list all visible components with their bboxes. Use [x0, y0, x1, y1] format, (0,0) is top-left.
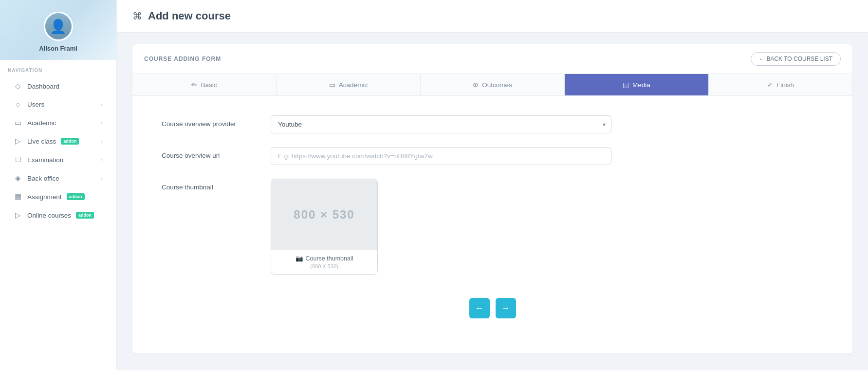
profile-name: Alison Frami: [39, 45, 77, 52]
select-wrapper-provider: Youtube Vimeo Wistia ▾: [271, 115, 611, 133]
chevron-right-icon: ›: [101, 157, 103, 163]
sidebar-profile: 👤 Alison Frami: [0, 0, 116, 60]
main-content: ⌘ Add new course COURSE ADDING FORM ← BA…: [117, 0, 868, 370]
sidebar-item-label: Examination: [27, 156, 63, 164]
tab-media[interactable]: ▤ Media: [565, 74, 709, 95]
thumbnail-placeholder: 800 × 530: [271, 179, 377, 250]
sidebar-item-examination[interactable]: ☐ Examination ›: [8, 150, 109, 169]
thumbnail-size-text: 800 × 530: [294, 208, 354, 222]
avatar: 👤: [44, 12, 73, 41]
tab-academic[interactable]: ▭ Academic: [277, 74, 421, 95]
chevron-right-icon: ›: [101, 102, 103, 108]
sidebar-item-label: Dashboard: [27, 83, 59, 90]
tab-label: Media: [632, 81, 650, 89]
tab-outcomes[interactable]: ⊕ Outcomes: [421, 74, 565, 95]
assignment-icon: ▦: [14, 192, 22, 201]
tab-finish[interactable]: ✓ Finish: [709, 74, 852, 95]
sidebar-item-label: Users: [27, 101, 44, 108]
examination-icon: ☐: [14, 155, 22, 164]
thumbnail-upload-box[interactable]: 800 × 530 📷 Course thumbnail (800 X 530): [271, 179, 378, 275]
sidebar-item-label: Academic: [27, 119, 56, 127]
field-label-thumbnail: Course thumbnail: [162, 179, 259, 191]
academic-icon: ▭: [14, 118, 22, 127]
sidebar-item-users[interactable]: ○ Users ›: [8, 95, 109, 113]
users-icon: ○: [14, 100, 22, 109]
pencil-icon: ✏: [191, 81, 197, 89]
form-card: COURSE ADDING FORM ← BACK TO COURSE LIST…: [132, 44, 852, 353]
field-course-thumbnail: Course thumbnail 800 × 530 📷 Course thum…: [162, 179, 823, 275]
online-courses-icon: ▷: [14, 211, 22, 220]
media-icon: ▤: [623, 81, 629, 89]
camera-icon: 📷: [295, 255, 303, 262]
chevron-right-icon: ›: [101, 120, 103, 126]
sidebar-item-back-office[interactable]: ◈ Back office ›: [8, 169, 109, 187]
sidebar-item-label: Back office: [27, 175, 59, 182]
live-class-icon: ▷: [14, 137, 22, 146]
nav-section: NAVIGATION ◇ Dashboard ○ Users › ▭ Acade…: [0, 60, 116, 228]
sidebar-item-assignment[interactable]: ▦ Assignment addon: [8, 187, 109, 206]
thumbnail-dimensions: (800 X 530): [310, 263, 338, 269]
page-title: Add new course: [148, 10, 231, 22]
tabs-bar: ✏ Basic ▭ Academic ⊕ Outcomes ▤ Media ✓: [132, 74, 852, 96]
field-label-provider: Course overview provider: [162, 115, 259, 128]
dashboard-icon: ◇: [14, 82, 22, 91]
field-label-url: Course overview url: [162, 147, 259, 159]
tab-label: Finish: [776, 81, 794, 89]
sidebar-item-label: Online courses: [27, 212, 71, 219]
check-icon: ✓: [767, 81, 773, 89]
sidebar-item-dashboard[interactable]: ◇ Dashboard: [8, 77, 109, 95]
sidebar: 👤 Alison Frami NAVIGATION ◇ Dashboard ○ …: [0, 0, 117, 370]
back-to-course-list-button[interactable]: ← BACK TO COURSE LIST: [751, 52, 841, 66]
course-overview-provider-select[interactable]: Youtube Vimeo Wistia: [271, 115, 611, 133]
tab-basic[interactable]: ✏ Basic: [132, 74, 277, 95]
field-control-url: [271, 147, 611, 165]
course-overview-url-input[interactable]: [271, 147, 611, 165]
form-body: Course overview provider Youtube Vimeo W…: [132, 96, 852, 353]
field-course-overview-provider: Course overview provider Youtube Vimeo W…: [162, 115, 823, 133]
target-icon: ⊕: [473, 81, 479, 89]
sidebar-item-label: Live class: [27, 138, 56, 145]
field-course-overview-url: Course overview url: [162, 147, 823, 165]
prev-button[interactable]: ←: [469, 298, 490, 318]
grid-icon: ▭: [329, 81, 335, 89]
tab-label: Basic: [201, 81, 217, 89]
field-control-thumbnail: 800 × 530 📷 Course thumbnail (800 X 530): [271, 179, 611, 275]
command-icon: ⌘: [132, 10, 142, 22]
form-section-title: COURSE ADDING FORM: [144, 56, 221, 62]
addon-badge: addon: [61, 138, 79, 145]
back-office-icon: ◈: [14, 174, 22, 183]
form-nav-buttons: ← →: [162, 288, 823, 334]
thumbnail-label-area[interactable]: 📷 Course thumbnail (800 X 530): [271, 250, 377, 274]
chevron-right-icon: ›: [101, 175, 103, 181]
sidebar-item-label: Assignment: [27, 193, 62, 201]
tab-label: Academic: [339, 81, 368, 89]
sidebar-item-academic[interactable]: ▭ Academic ›: [8, 113, 109, 132]
content-area: COURSE ADDING FORM ← BACK TO COURSE LIST…: [117, 33, 868, 370]
sidebar-item-live-class[interactable]: ▷ Live class addon ›: [8, 132, 109, 150]
next-button[interactable]: →: [496, 298, 516, 318]
topbar: ⌘ Add new course: [117, 0, 868, 33]
sidebar-item-online-courses[interactable]: ▷ Online courses addon: [8, 206, 109, 224]
nav-label: NAVIGATION: [8, 68, 109, 73]
tab-label: Outcomes: [482, 81, 512, 89]
addon-badge: addon: [76, 212, 94, 219]
thumbnail-upload-label: 📷 Course thumbnail: [295, 255, 353, 262]
chevron-right-icon: ›: [101, 138, 103, 144]
field-control-provider: Youtube Vimeo Wistia ▾: [271, 115, 611, 133]
addon-badge: addon: [67, 193, 85, 200]
form-header: COURSE ADDING FORM ← BACK TO COURSE LIST: [132, 44, 852, 74]
